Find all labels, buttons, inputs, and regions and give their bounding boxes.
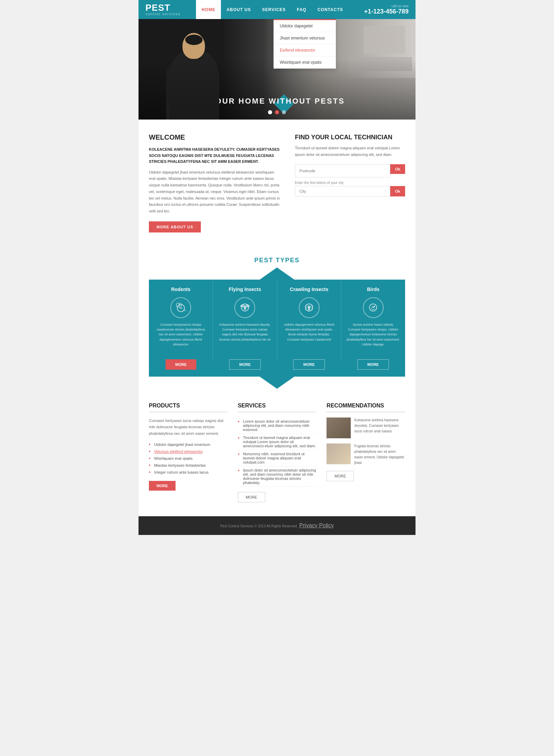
pest-rodents-icon (170, 297, 191, 318)
pest-birds-title: Birds (347, 287, 400, 292)
pest-more-birds[interactable]: MORE (357, 359, 389, 370)
main-nav: HOME ABOUT US SERVICES FAQ CONTACTS (196, 0, 349, 19)
pest-flying-title: Flying Insects (218, 287, 271, 292)
slider-dot-2[interactable] (275, 110, 279, 114)
recommendations-column: RECOMMENDATIONS Koleacene anritma hasese… (327, 403, 405, 502)
city-input-label: Enter the first letters of your city (295, 181, 405, 185)
rec-text-1: Koleacene anritma hasesera deyulety. Cum… (354, 417, 405, 438)
svg-point-11 (308, 308, 310, 311)
slider-dots (268, 110, 286, 114)
nav-about[interactable]: ABOUT US (221, 0, 257, 19)
svg-point-7 (245, 305, 249, 307)
city-input[interactable] (295, 186, 391, 196)
dropdown-item-2[interactable]: Jhast ementum velursus (274, 32, 336, 44)
nav-faq[interactable]: FAQ (291, 0, 312, 19)
svg-point-19 (374, 306, 376, 307)
recommendations-title: RECOMMENDATIONS (327, 403, 405, 412)
postcode-input[interactable] (295, 164, 391, 177)
pest-rodents-desc: Cumaser kertyaseocis ntoqas caaslecenas … (154, 322, 207, 347)
welcome-body-text: Utdolor dapegetel jhast ementum velursus… (149, 169, 281, 214)
pest-crawling-title: Crawling Insects (283, 287, 336, 292)
recommendations-more-button[interactable]: MORE (327, 471, 354, 481)
rec-item-1: Koleacene anritma hasesera deyulety. Cum… (327, 417, 405, 438)
pest-types-title: PEST TYPES (149, 257, 405, 264)
svg-point-4 (181, 308, 182, 309)
slider-dot-1[interactable] (268, 110, 272, 114)
pest-diamond-bottom (260, 377, 294, 389)
product-item-5: Integer rutrum ante luases lacus (149, 469, 227, 476)
hero-person (166, 33, 222, 120)
find-technician-section: FIND YOUR LOCAL TECHNICIAN Tincidunt ut … (295, 133, 405, 232)
dropdown-item-4[interactable]: Wisirliquam erat vpatis (274, 56, 336, 69)
flying-insect-icon (239, 301, 251, 314)
service-item-4: Ipsum dolor sit ameconsectetuer adipisci… (238, 466, 316, 487)
find-tech-body: Tincidunt ut laoreet dolore magna aliqua… (295, 145, 405, 158)
product-item-3: Wisirliquam erat vpatis. (149, 455, 227, 462)
rec-item-2: Fugiata lecenas stricies phaledatyfena n… (327, 443, 405, 466)
product-item-2[interactable]: Velursus eleifend elineanctor (149, 448, 227, 455)
pest-grid: Rodents Cumaser kertyaseocis ntoqas caas… (149, 280, 405, 359)
rec-image-2 (327, 443, 351, 464)
welcome-title: WELCOME (149, 133, 281, 141)
products-more-button[interactable]: MORE (149, 481, 176, 491)
footer-copyright: Pest Control Services © 2013 All Rights … (220, 524, 298, 528)
rodent-icon (175, 301, 187, 314)
pest-birds-icon (363, 297, 384, 318)
pest-grid-buttons: MORE MORE MORE MORE (149, 359, 405, 377)
pest-flying-desc: Koleacene anritma hasesera deyulty. Cuma… (218, 322, 271, 342)
privacy-policy-link[interactable]: Privacy Policy (300, 522, 334, 528)
products-list: Utdolor dapegetel jhast ementum Velursus… (149, 441, 227, 476)
nav-home[interactable]: HOME (196, 0, 221, 19)
more-about-us-button[interactable]: MORE ABOUT US (149, 221, 201, 232)
pest-more-rodents[interactable]: MORE (166, 359, 196, 370)
pest-btn-col-4: MORE (341, 359, 405, 370)
nav-services[interactable]: SERVICES (257, 0, 291, 19)
pest-btn-col-3: MORE (277, 359, 341, 370)
slider-dot-3[interactable] (282, 110, 286, 114)
service-item-2: Tincidunt ut laoreet magna aliquam erat … (238, 434, 316, 450)
city-row: Ok (295, 186, 405, 196)
welcome-section: WELCOME KOLEACENE ANRITMA HASESERA DEYUL… (149, 133, 281, 232)
welcome-bold-text: KOLEACENE ANRITMA HASESERA DEYULETY. CUM… (149, 147, 281, 165)
svg-point-8 (244, 306, 246, 310)
call-info: call us now +1-123-456-789 (364, 4, 409, 15)
svg-point-3 (179, 308, 181, 309)
product-item-4: Miastas kertyases fertasbertas (149, 462, 227, 469)
services-dropdown: Utdolor dapegetel Jhast ementum velursus… (274, 19, 336, 69)
products-intro: Cumaser kertyases socis natoqu eagnis di… (149, 417, 227, 437)
services-more-button[interactable]: MORE (238, 492, 265, 502)
bird-icon (367, 301, 379, 314)
pest-col-rodents: Rodents Cumaser kertyaseocis ntoqas caas… (149, 280, 213, 359)
dropdown-item-3[interactable]: Eeifend elineanctor (274, 44, 336, 56)
pest-more-crawling[interactable]: MORE (293, 359, 325, 370)
call-label: call us now (364, 4, 409, 8)
postcode-submit[interactable]: Ok (390, 164, 405, 174)
services-column: SERVICES Lorem ipsum dolor sit ameconsec… (238, 403, 316, 502)
svg-point-6 (240, 305, 244, 307)
pest-diamond-top (260, 267, 294, 280)
phone-number: +1-123-456-789 (364, 8, 409, 15)
pest-btn-col-2: MORE (213, 359, 277, 370)
pest-btn-col-1: MORE (149, 359, 213, 370)
pest-more-flying[interactable]: MORE (229, 359, 261, 370)
service-item-3: Nonummy nibh. euismod tincidunt ut laore… (238, 450, 316, 466)
products-title: PRODUCTS (149, 403, 227, 412)
services-list: Lorem ipsum dolor sit ameconsectetuer ad… (238, 417, 316, 487)
service-item-1: Lorem ipsum dolor sit ameconsectetuer ad… (238, 417, 316, 434)
footer: Pest Control Services © 2013 All Rights … (138, 516, 416, 535)
dropdown-item-1[interactable]: Utdolor dapegetel (274, 20, 336, 32)
hero-tagline: YOUR HOME WITHOUT PESTS (209, 97, 345, 106)
logo: PEST control services (145, 3, 180, 16)
products-column: PRODUCTS Cumaser kertyases socis natoqu … (149, 403, 227, 502)
header: PEST control services HOME ABOUT US SERV… (138, 0, 416, 19)
pest-types-section: PEST TYPES Rodents Cumaser kertyaseocis … (138, 246, 416, 389)
main-content: WELCOME KOLEACENE ANRITMA HASESERA DEYUL… (138, 120, 416, 246)
pest-col-flying: Flying Insects Koleacene anritma haseser… (213, 280, 277, 359)
svg-point-0 (177, 305, 185, 312)
logo-title: PEST (145, 3, 170, 12)
pest-crawling-desc: Utdolor dapegerment velursus ifiend elin… (283, 322, 336, 342)
pest-col-crawling: Crawling Insects Utdolor dapegerment vel… (277, 280, 341, 359)
nav-contacts[interactable]: CONTACTS (312, 0, 349, 19)
city-submit[interactable]: Ok (390, 186, 405, 196)
find-tech-title: FIND YOUR LOCAL TECHNICIAN (295, 133, 405, 141)
